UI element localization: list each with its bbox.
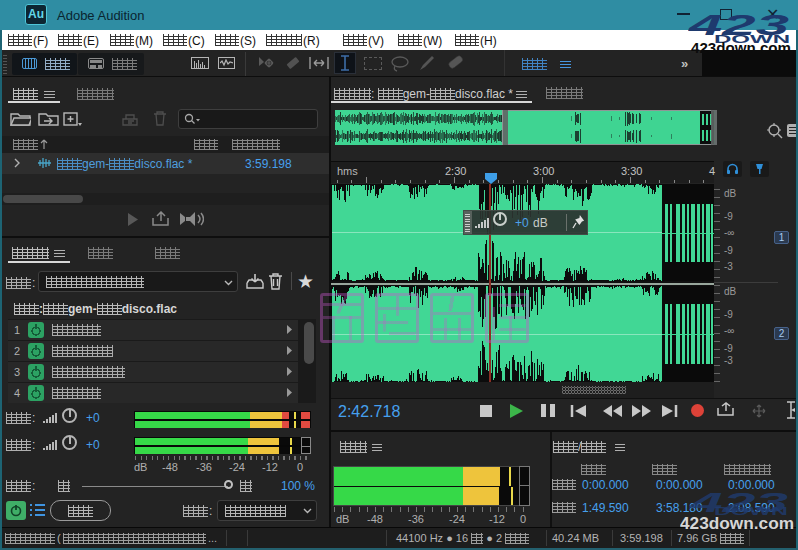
svg-text:423down.com: 423down.com	[680, 515, 794, 532]
svg-text:423down.com: 423down.com	[691, 40, 791, 56]
